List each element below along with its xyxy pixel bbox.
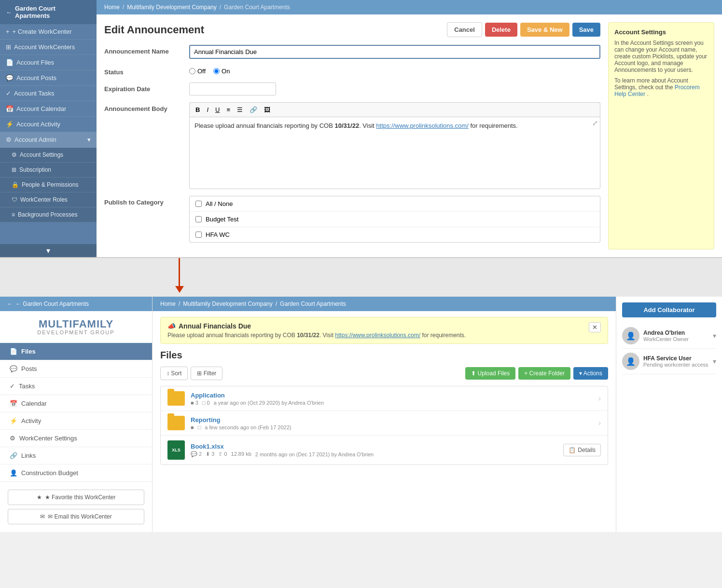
- nav-construction-budget[interactable]: 👤 Construction Budget: [0, 465, 152, 482]
- banner-link[interactable]: https://www.prolinksolutions.com/: [335, 332, 420, 339]
- sidebar-item-account-calendar[interactable]: 📅 Account Calendar: [0, 101, 97, 117]
- expiration-date-input[interactable]: [189, 82, 276, 96]
- status-label: Status: [104, 66, 181, 76]
- sidebar-item-account-files[interactable]: 📄 Account Files: [0, 55, 97, 70]
- nav-links[interactable]: 🔗 Links: [0, 447, 152, 465]
- sidebar-item-create-workcenter[interactable]: + + Create WorkCenter: [0, 24, 97, 40]
- nav-posts[interactable]: 💬 Posts: [0, 360, 152, 378]
- table-row[interactable]: Reporting ■ □ a few seconds ago on (Feb …: [161, 411, 608, 436]
- file-date: a year ago on (Oct 29 2020) by Andrea O'…: [214, 400, 324, 406]
- sidebar-item-account-workcenters[interactable]: ⊞ Account WorkCenters: [0, 40, 97, 55]
- breadcrumb-sep1: /: [123, 4, 124, 11]
- category-all-none-checkbox[interactable]: [195, 201, 202, 207]
- banner-content: 📣 Annual Financials Due Please upload an…: [167, 322, 585, 339]
- file-icon-small2: □: [198, 424, 201, 430]
- cancel-button[interactable]: Cancel: [447, 22, 482, 37]
- italic-button[interactable]: I: [204, 105, 211, 115]
- table-row[interactable]: Application ■ 3 □ 0 a year ago on (Oct 2…: [161, 386, 608, 411]
- links-icon: 🔗: [10, 452, 17, 459]
- bold-button[interactable]: B: [193, 105, 203, 115]
- email-button[interactable]: ✉ ✉ Email this WorkCenter: [8, 509, 144, 524]
- file-icon: 📄: [6, 59, 14, 66]
- form-row-name: Announcement Name: [104, 45, 600, 59]
- file-name[interactable]: Application: [191, 392, 225, 399]
- save-button[interactable]: Save: [572, 23, 600, 37]
- nav-files[interactable]: 📄 Files: [0, 343, 152, 360]
- activity-icon: ⚡: [6, 121, 14, 128]
- avatar: 👤: [622, 353, 639, 370]
- collaborator-info: Andrea O'brien WorkCenter Owner: [643, 329, 709, 342]
- sidebar-item-people-permissions[interactable]: 🔒 People & Permissions: [0, 178, 97, 192]
- sidebar-item-account-posts[interactable]: 💬 Account Posts: [0, 70, 97, 86]
- unordered-list-button[interactable]: ☰: [234, 105, 246, 115]
- nav-workcenter-settings[interactable]: ⚙ WorkCenter Settings: [0, 430, 152, 447]
- category-budget-test-checkbox[interactable]: [195, 216, 202, 222]
- breadcrumb-company[interactable]: Multifamily Development Company: [127, 4, 216, 11]
- details-button[interactable]: 📋 Details: [563, 444, 601, 456]
- email-icon: ✉: [40, 513, 45, 520]
- status-off-radio[interactable]: [189, 68, 195, 74]
- add-collaborator-button[interactable]: Add Collaborator: [622, 302, 716, 317]
- banner-close-button[interactable]: ✕: [589, 322, 601, 332]
- form-row-status: Status Off On: [104, 66, 600, 76]
- sidebar-item-workcenter-roles[interactable]: 🛡 WorkCenter Roles: [0, 192, 97, 207]
- category-hfa-wc[interactable]: HFA WC: [190, 227, 600, 242]
- file-counts: ■ 3 □ 0: [191, 400, 210, 406]
- plus-icon: +: [6, 28, 10, 35]
- details-icon: 📋: [569, 447, 576, 453]
- sidebar-footer: ★ ★ Favorite this WorkCenter ✉ ✉ Email t…: [0, 482, 152, 532]
- sidebar-item-background-processes[interactable]: ≡ Background Processes: [0, 207, 97, 222]
- chevron-down-icon[interactable]: ▾: [713, 357, 716, 365]
- nav-activity[interactable]: ⚡ Activity: [0, 412, 152, 430]
- status-on-radio[interactable]: [213, 68, 220, 74]
- underline-button[interactable]: U: [212, 105, 222, 115]
- breadcrumb-home[interactable]: Home: [104, 4, 120, 11]
- table-row[interactable]: XLS Book1.xlsx 💬 2 ⬇ 3 ⇧ 0 12.89 kb 2 mo…: [161, 436, 608, 465]
- sidebar-item-subscription[interactable]: ⊞ Subscription: [0, 163, 97, 178]
- sort-button[interactable]: ↕ Sort: [160, 367, 188, 380]
- category-box: All / None Budget Test HFA WC: [189, 196, 600, 243]
- rich-text-body[interactable]: ⤢ Please upload annual financials report…: [189, 117, 600, 189]
- delete-button[interactable]: Delete: [485, 23, 517, 37]
- category-all-none[interactable]: All / None: [190, 196, 600, 212]
- upload-files-button[interactable]: ⬆ Upload Files: [465, 367, 515, 380]
- back-link[interactable]: ← Garden Court Apartments: [15, 301, 89, 307]
- status-off-label[interactable]: Off: [189, 68, 206, 75]
- favorite-button[interactable]: ★ ★ Favorite this WorkCenter: [8, 490, 144, 505]
- actions-button[interactable]: ▾ Actions: [573, 367, 608, 380]
- toolbar-left: ↕ Sort ⊞ Filter: [160, 367, 222, 380]
- ordered-list-button[interactable]: ≡: [223, 105, 233, 115]
- status-on-label[interactable]: On: [213, 68, 230, 75]
- breadcrumb-bottom-home[interactable]: Home: [160, 301, 176, 307]
- edit-header: Edit Announcement Cancel Delete Save & N…: [104, 22, 600, 37]
- expand-button[interactable]: ⤢: [592, 119, 598, 127]
- filter-button[interactable]: ⊞ Filter: [191, 367, 222, 380]
- sidebar-item-account-tasks[interactable]: ✓ Account Tasks: [0, 86, 97, 101]
- save-new-button[interactable]: Save & New: [520, 23, 569, 37]
- sidebar-header[interactable]: ← Garden Court Apartments: [0, 0, 97, 24]
- form-row-expiration: Expiration Date: [104, 82, 600, 96]
- file-counts: ■ □: [191, 424, 201, 430]
- breadcrumb-bottom-company[interactable]: Multifamily Development Company: [183, 301, 272, 307]
- sidebar-scroll-down[interactable]: ▾: [0, 244, 97, 257]
- category-budget-test[interactable]: Budget Test: [190, 212, 600, 227]
- image-button[interactable]: 🖼: [261, 105, 273, 115]
- settings-icon: ⚙: [12, 151, 17, 158]
- category-hfa-wc-checkbox[interactable]: [195, 232, 202, 238]
- sidebar-item-account-activity[interactable]: ⚡ Account Activity: [0, 117, 97, 132]
- chevron-down-icon[interactable]: ▾: [713, 332, 716, 340]
- file-name[interactable]: Book1.xlsx: [191, 443, 224, 450]
- file-name[interactable]: Reporting: [191, 416, 220, 424]
- create-folder-button[interactable]: + Create Folder: [518, 367, 570, 380]
- gear-icon: ⚙: [6, 136, 12, 143]
- nav-calendar[interactable]: 📅 Calendar: [0, 395, 152, 412]
- nav-tasks[interactable]: ✓ Tasks: [0, 378, 152, 395]
- link-button[interactable]: 🔗: [247, 105, 260, 115]
- sidebar-item-account-settings[interactable]: ⚙ Account Settings: [0, 148, 97, 163]
- banner-title: 📣 Annual Financials Due: [167, 322, 585, 330]
- announcement-name-input[interactable]: [189, 45, 600, 59]
- sidebar-logo: MULTIFAMILY DEVELOPMENT GROUP: [29, 311, 122, 343]
- sidebar-item-account-admin[interactable]: ⚙ Account Admin ▾: [0, 132, 97, 148]
- xls-icon: XLS: [167, 440, 185, 460]
- breadcrumb: Home / Multifamily Development Company /…: [97, 0, 722, 14]
